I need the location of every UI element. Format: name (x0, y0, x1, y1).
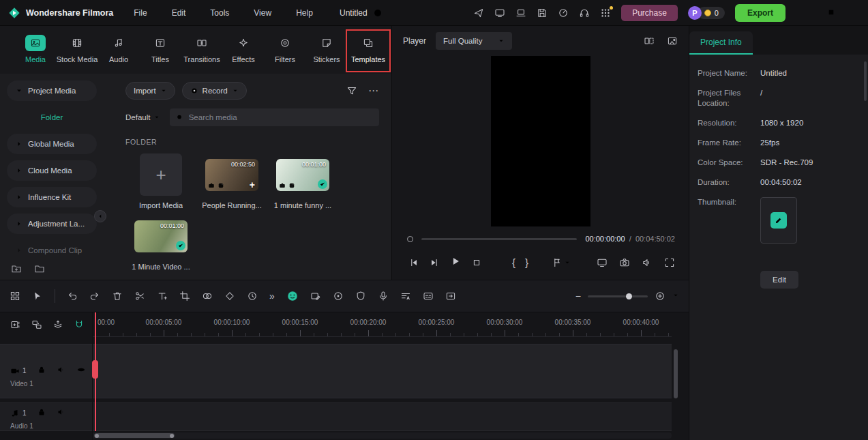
redo-button[interactable] (89, 291, 100, 302)
panel-scrollbar[interactable] (864, 61, 867, 101)
minimize-button[interactable] (803, 8, 811, 18)
speed-button[interactable] (247, 291, 258, 302)
folder-icon[interactable] (34, 263, 45, 274)
menu-help[interactable]: Help (296, 8, 313, 18)
zoom-out-button[interactable]: − (575, 291, 581, 302)
export-button[interactable]: Export (735, 4, 785, 22)
delete-button[interactable] (112, 291, 123, 302)
mask-button[interactable] (355, 291, 366, 302)
close-button[interactable] (852, 8, 860, 18)
import-media-button[interactable]: + (140, 153, 182, 196)
sidebar-item-global-media[interactable]: Global Media (7, 134, 97, 154)
sidebar-item-folder[interactable]: Folder (7, 107, 97, 128)
quality-dropdown[interactable]: Full Quality (436, 32, 512, 50)
apps-grid-icon[interactable] (600, 8, 611, 18)
save-icon[interactable] (537, 8, 548, 18)
timeline-ruler[interactable]: 00:00 00:00:05:00 00:00:10:00 00:00:15:0… (92, 312, 672, 337)
track-video-1[interactable]: 1 Video 1 (0, 344, 672, 398)
sidebar-item-adjustment-layer[interactable]: Adjustment La... (7, 214, 97, 234)
voiceover-button[interactable] (378, 291, 389, 302)
tab-effects[interactable]: Effects (224, 26, 263, 74)
audio-ducking-button[interactable] (333, 291, 344, 302)
share-icon[interactable] (473, 8, 484, 18)
sidebar-item-project-media[interactable]: Project Media (7, 80, 97, 101)
sort-dropdown[interactable]: Default (125, 113, 160, 121)
edit-thumbnail-button[interactable] (770, 212, 787, 229)
support-headset-icon[interactable] (579, 8, 590, 18)
playhead-handle[interactable] (92, 360, 98, 379)
next-frame-button[interactable] (429, 257, 440, 268)
hide-track-eye-icon[interactable] (76, 365, 86, 377)
add-text-button[interactable] (157, 291, 168, 302)
video-preview[interactable] (491, 56, 590, 226)
filter-icon[interactable] (346, 85, 357, 96)
lock-icon[interactable] (37, 365, 46, 377)
mute-icon[interactable] (57, 407, 66, 419)
record-dropdown[interactable]: Record (182, 82, 247, 100)
snapshot-icon[interactable] (619, 257, 630, 268)
mark-out-icon[interactable]: } (525, 257, 528, 267)
auto-reframe-button[interactable] (445, 291, 456, 302)
add-to-timeline-icon[interactable]: + (250, 179, 255, 190)
marker-button[interactable] (552, 257, 571, 268)
fullscreen-icon[interactable] (664, 257, 675, 268)
horizontal-scrollbar-thumb[interactable] (94, 433, 175, 438)
import-dropdown[interactable]: Import (125, 82, 175, 100)
more-tools-icon[interactable]: » (269, 291, 275, 302)
mute-icon[interactable] (57, 365, 66, 377)
media-thumbnail[interactable]: 00:02:50 + (205, 159, 258, 191)
snap-magnet-icon[interactable] (74, 319, 85, 330)
mirror-display-icon[interactable] (597, 257, 608, 268)
tab-stickers[interactable]: Stickers (308, 26, 346, 74)
captions-button[interactable] (423, 291, 434, 302)
lock-icon[interactable] (37, 407, 46, 419)
media-thumbnail[interactable]: 00:01:00 (276, 159, 329, 191)
mark-in-icon[interactable]: { (512, 257, 515, 267)
sidebar-item-compound-clip[interactable]: Compound Clip (7, 240, 97, 261)
zoom-in-button[interactable] (655, 291, 665, 302)
tab-audio[interactable]: Audio (100, 26, 138, 74)
purchase-button[interactable]: Purchase (621, 5, 678, 21)
tab-templates[interactable]: Templates (349, 26, 387, 74)
crop-button[interactable] (179, 291, 190, 302)
zoom-slider[interactable] (588, 295, 648, 297)
performance-icon[interactable] (558, 8, 569, 18)
chroma-key-button[interactable] (202, 291, 213, 302)
zoom-slider-thumb[interactable] (626, 293, 632, 299)
coin-balance[interactable]: 0 (698, 7, 725, 19)
play-button[interactable] (449, 255, 462, 269)
sidebar-item-cloud-media[interactable]: Cloud Media (7, 160, 97, 181)
seek-handle[interactable] (407, 236, 413, 242)
track-swap-icon[interactable] (31, 319, 42, 330)
avatar[interactable]: P (688, 6, 702, 20)
screencast-icon[interactable] (494, 8, 505, 18)
emoji-tool-button[interactable] (286, 290, 299, 302)
menu-file[interactable]: File (134, 8, 147, 18)
keyframe-button[interactable] (224, 291, 235, 302)
horizontal-scrollbar[interactable] (92, 432, 672, 439)
sidebar-item-influence-kit[interactable]: Influence Kit (7, 187, 97, 207)
vertical-scrollbar[interactable] (674, 349, 678, 398)
toolbox-icon[interactable] (10, 291, 20, 302)
tab-project-info[interactable]: Project Info (689, 31, 753, 55)
split-view-icon[interactable] (644, 35, 655, 46)
menu-tools[interactable]: Tools (210, 8, 229, 18)
tab-transitions[interactable]: Transitions (183, 26, 221, 74)
menu-edit[interactable]: Edit (172, 8, 186, 18)
edit-button[interactable]: Edit (760, 271, 798, 289)
more-options-icon[interactable]: ⋯ (368, 85, 379, 97)
mark-render-icon[interactable] (667, 35, 678, 46)
clip-edit-button[interactable] (310, 291, 321, 302)
new-folder-icon[interactable] (11, 263, 22, 274)
add-track-icon[interactable] (10, 319, 21, 330)
stop-button[interactable] (471, 257, 482, 268)
volume-icon[interactable] (642, 257, 653, 268)
menu-view[interactable]: View (254, 8, 271, 18)
device-preview-icon[interactable] (515, 8, 526, 18)
tab-media[interactable]: Media (16, 26, 55, 74)
previous-frame-button[interactable] (408, 257, 419, 268)
track-layer-icon[interactable] (53, 319, 63, 330)
media-thumbnail[interactable]: 00:01:00 (134, 220, 188, 252)
tab-titles[interactable]: Titles (141, 26, 179, 74)
quick-select-icon[interactable] (32, 291, 43, 302)
